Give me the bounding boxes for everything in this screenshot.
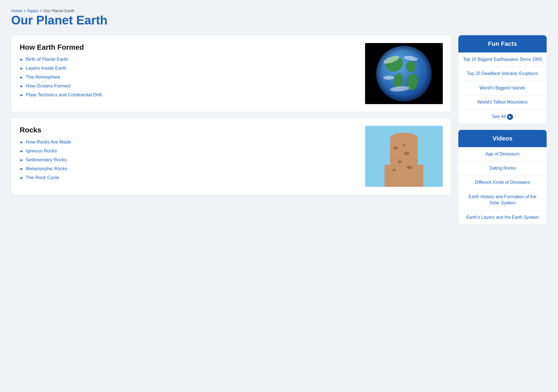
content-column: How Earth Formed ► Birth of Planet Earth… (11, 35, 451, 195)
svg-point-17 (398, 160, 402, 163)
rocks-card: Rocks ► How Rocks Are Made ► Igneous Roc… (11, 118, 451, 195)
list-item: See All ► (458, 110, 547, 124)
list-item: ► Metamorphic Rocks (20, 166, 360, 172)
list-item: Earth's Layers and the Earth System (458, 210, 547, 224)
list-item: ► Sedimentary Rocks (20, 157, 360, 163)
arrow-icon: ► (20, 167, 24, 171)
arrow-icon: ► (20, 158, 24, 162)
list-item: ► The Atmosphere (20, 74, 360, 80)
svg-point-15 (393, 146, 398, 150)
svg-point-16 (404, 152, 409, 155)
fun-facts-link-islands[interactable]: World's Biggest Islands (458, 81, 547, 95)
fun-facts-list: Top 10 Biggest Earthquakes Since 1900 To… (458, 52, 547, 124)
list-item: ► Layers Inside Earth (20, 66, 360, 71)
arrow-icon: ► (20, 66, 24, 71)
arrow-icon: ► (20, 93, 24, 97)
link-metamorphic-rocks[interactable]: Metamorphic Rocks (26, 166, 67, 172)
link-rock-cycle[interactable]: The Rock Cycle (26, 175, 59, 180)
rock-svg (365, 126, 443, 187)
list-item: Dating Rocks (458, 161, 547, 175)
rock-image (365, 126, 443, 187)
list-item: ► Igneous Rocks (20, 148, 360, 154)
video-link-earths-layers[interactable]: Earth's Layers and the Earth System (458, 210, 547, 224)
breadcrumb: Home > Topics > Our Planet Earth (11, 8, 547, 13)
link-how-oceans-formed[interactable]: How Oceans Formed (26, 83, 71, 89)
link-the-atmosphere[interactable]: The Atmosphere (26, 74, 61, 80)
sidebar-column: Fun Facts Top 10 Biggest Earthquakes Sin… (458, 35, 547, 225)
arrow-icon: ► (20, 140, 24, 144)
video-link-age-of-dinosaurs[interactable]: Age of Dinosaurs (458, 147, 547, 161)
how-earth-formed-title: How Earth Formed (20, 43, 360, 52)
list-item: Different Kinds of Dinosaurs (458, 175, 547, 190)
svg-point-10 (376, 46, 432, 101)
link-how-rocks-are-made[interactable]: How Rocks Are Made (26, 139, 71, 145)
breadcrumb-current: Our Planet Earth (43, 8, 74, 13)
see-all-label: See All (492, 114, 506, 119)
page-title: Our Planet Earth (11, 13, 547, 27)
video-link-dating-rocks[interactable]: Dating Rocks (458, 161, 547, 175)
link-birth-of-planet-earth[interactable]: Birth of Planet Earth (26, 57, 68, 62)
svg-point-14 (390, 133, 418, 144)
link-sedimentary-rocks[interactable]: Sedimentary Rocks (26, 157, 67, 163)
video-link-kinds-of-dinosaurs[interactable]: Different Kinds of Dinosaurs (458, 175, 547, 189)
fun-facts-link-earthquakes[interactable]: Top 10 Biggest Earthquakes Since 1900 (458, 52, 547, 66)
how-earth-formed-links: ► Birth of Planet Earth ► Layers Inside … (20, 57, 360, 98)
svg-rect-13 (384, 165, 423, 187)
list-item: Earth History and Formation of the Solar… (458, 190, 547, 210)
list-item: ► Plate Tectonics and Continental Drift (20, 92, 360, 98)
arrow-icon: ► (20, 84, 24, 88)
list-item: ► How Rocks Are Made (20, 139, 360, 145)
breadcrumb-topics[interactable]: Topics (27, 8, 39, 13)
arrow-icon: ► (20, 149, 24, 153)
videos-header: Videos (458, 130, 547, 147)
list-item: ► Birth of Planet Earth (20, 57, 360, 62)
link-igneous-rocks[interactable]: Igneous Rocks (26, 148, 57, 154)
videos-list: Age of Dinosaurs Dating Rocks Different … (458, 147, 547, 224)
arrow-icon: ► (20, 175, 24, 180)
svg-point-18 (407, 166, 412, 169)
list-item: Age of Dinosaurs (458, 147, 547, 161)
svg-point-20 (403, 144, 405, 146)
list-item: ► The Rock Cycle (20, 175, 360, 180)
list-item: World's Tallest Mountains (458, 95, 547, 109)
arrow-icon: ► (20, 57, 24, 62)
how-earth-formed-text: How Earth Formed ► Birth of Planet Earth… (20, 43, 360, 98)
earth-svg (375, 44, 433, 103)
list-item: Top 10 Biggest Earthquakes Since 1900 (458, 52, 547, 67)
how-earth-formed-card: How Earth Formed ► Birth of Planet Earth… (11, 35, 451, 112)
fun-facts-header: Fun Facts (458, 35, 547, 52)
videos-card: Videos Age of Dinosaurs Dating Rocks Dif… (458, 130, 547, 225)
fun-facts-see-all[interactable]: See All ► (458, 110, 547, 124)
fun-facts-card: Fun Facts Top 10 Biggest Earthquakes Sin… (458, 35, 547, 124)
rocks-title: Rocks (20, 126, 360, 134)
video-link-earth-history[interactable]: Earth History and Formation of the Solar… (458, 190, 547, 210)
rocks-text: Rocks ► How Rocks Are Made ► Igneous Roc… (20, 126, 360, 180)
rocks-links: ► How Rocks Are Made ► Igneous Rocks ► S… (20, 139, 360, 180)
earth-image (365, 43, 443, 104)
list-item: World's Biggest Islands (458, 81, 547, 95)
main-layout: How Earth Formed ► Birth of Planet Earth… (11, 35, 547, 225)
fun-facts-link-volcanic[interactable]: Top 20 Deadliest Volcanic Eruptions (458, 67, 547, 81)
arrow-icon: ► (20, 75, 24, 79)
link-layers-inside-earth[interactable]: Layers Inside Earth (26, 66, 66, 71)
list-item: Top 20 Deadliest Volcanic Eruptions (458, 67, 547, 81)
link-plate-tectonics[interactable]: Plate Tectonics and Continental Drift (26, 92, 102, 98)
breadcrumb-home[interactable]: Home (11, 8, 22, 13)
fun-facts-link-mountains[interactable]: World's Tallest Mountains (458, 95, 547, 109)
svg-point-19 (393, 169, 396, 172)
see-all-arrow-icon: ► (507, 114, 513, 120)
list-item: ► How Oceans Formed (20, 83, 360, 89)
